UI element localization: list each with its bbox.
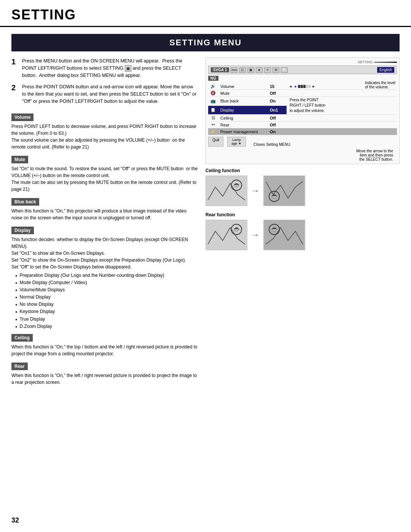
page-header: SETTING — [0, 0, 411, 27]
step-1-text: Press the MENU button and the ON-SCREEN … — [22, 58, 198, 79]
vol-indicator — [298, 85, 311, 88]
toolbar-icons: Auto ◫ ▦ ◈ ≡ ⊟ ⬜ — [231, 67, 288, 73]
rear-after-image — [263, 220, 305, 250]
rear-arrow: → — [251, 230, 260, 240]
blueback-label: Blue back — [11, 198, 39, 206]
power-value: On — [268, 128, 287, 135]
mute-extra — [287, 90, 397, 97]
display-section: Display This function decides whether to… — [11, 223, 198, 331]
rear-body: When this function is "On," the left / r… — [11, 372, 198, 386]
toolbar-icon-6: ⬜ — [281, 67, 288, 73]
english-button[interactable]: English — [377, 67, 394, 73]
vol-b3 — [303, 85, 306, 88]
ceiling-value: Off — [268, 115, 287, 121]
page-title: SETTING — [11, 7, 400, 23]
arrow-annotation: Move the arrow to theitem and then press… — [208, 149, 397, 161]
menu-row-rear: ↩ Rear Off — [208, 121, 397, 128]
setting-menu-title: SETTING MENU — [11, 34, 400, 51]
diagram-header: SETTING — [208, 60, 397, 64]
rear-before-svg — [206, 220, 247, 250]
step-2-number: 2 — [11, 83, 19, 105]
bullet-normal: Normal Display — [15, 294, 198, 301]
volume-label: Volume — [11, 113, 33, 121]
svg-rect-4 — [206, 220, 247, 250]
vol-arrow-right: ► — [312, 85, 315, 88]
mute-section: Mute Set "On" to mute the sound. To rest… — [11, 152, 198, 193]
bullet-keystone: Keystone Display — [15, 308, 198, 315]
svga-label: SVGA 1 — [211, 67, 229, 72]
setting-indicator: SETTING — [358, 60, 373, 64]
level-annotation: Indicates the levelof the volume. — [365, 81, 395, 89]
rear-icon: ↩ — [208, 121, 218, 128]
display-label: Display — [11, 227, 34, 234]
step-2-text: Press the POINT DOWN button and a red-ar… — [22, 83, 198, 105]
ceiling-body: When this function is "On," the top / bo… — [11, 343, 198, 357]
lamp-age: age ▼ — [231, 142, 241, 145]
power-icon: ⚡ — [208, 128, 218, 135]
vol-b2 — [301, 85, 303, 88]
volume-icon: 🔊 — [208, 83, 218, 90]
svg-rect-0 — [206, 176, 247, 206]
page-number: 32 — [11, 516, 19, 524]
ng-bar: NG — [208, 76, 218, 81]
menu-table: 🔊 Volume 15 ◄ ◄ — [208, 83, 397, 135]
ceiling-section: Ceiling When this function is "On," the … — [11, 330, 198, 357]
blueback-value: On — [268, 97, 287, 106]
rear-function-images: → — [206, 220, 400, 250]
ceiling-before-svg — [206, 176, 247, 206]
quit-button[interactable]: Quit — [208, 137, 223, 147]
ceiling-function-section: Ceiling function — [206, 168, 400, 206]
bullet-mode: Mode Display (Computer / Video) — [15, 279, 198, 286]
toolbar-icon-1: ◫ — [239, 67, 246, 73]
bullet-dzoom: D.Zoom Display — [15, 323, 198, 330]
display-value: On1 — [268, 105, 287, 115]
svg-rect-6 — [264, 220, 304, 250]
bullet-noshow: No show Display — [15, 301, 198, 308]
menu-row-ceiling: ⊡ Ceiling Off — [208, 115, 397, 121]
right-column: SETTING SVGA 1 Auto ◫ ▦ ◈ ≡ ⊟ ⬜ — [206, 58, 400, 387]
rear-function-section: Rear function → — [206, 212, 400, 250]
bullet-true: True Display — [15, 316, 198, 323]
rear-after-svg — [264, 220, 305, 250]
vol-b1 — [298, 85, 300, 88]
power-name: Power management — [218, 128, 268, 135]
lamp-button[interactable]: Lamp age ▼ — [227, 137, 245, 147]
closes-label: Closes Setting MENU. — [253, 137, 291, 147]
blueback-body: When this function is "On," this project… — [11, 208, 198, 221]
ceiling-arrow: → — [251, 186, 260, 196]
ceiling-function-images: → — [206, 176, 400, 206]
mute-icon: 🔇 — [208, 90, 218, 97]
rear-menu-name: Rear — [218, 121, 268, 128]
svg-rect-2 — [264, 176, 304, 206]
mute-name: Mute — [218, 90, 268, 97]
toolbar-icon-2: ▦ — [247, 67, 254, 73]
press-annotation: Press the POINTRIGHT / LEFT buttonto adj… — [287, 97, 397, 115]
display-icon: 📋 — [208, 105, 218, 115]
vol-arrow-left: ◄ — [289, 85, 292, 88]
step-1-number: 1 — [11, 58, 19, 79]
display-body: This function decides whether to display… — [11, 236, 198, 270]
display-menu-name: Display — [218, 105, 268, 115]
ceiling-label: Ceiling — [11, 334, 33, 342]
setting-tab-label: SETTING — [358, 60, 397, 64]
vol-b4 — [306, 85, 308, 88]
toolbar-icon-5: ⊟ — [272, 67, 279, 73]
blueback-menu-name: Blue back — [218, 97, 268, 106]
vol-arrow-filled: ◄ — [293, 85, 297, 88]
volume-section: Volume Press POINT LEFT button to decrea… — [11, 110, 198, 150]
menu-row-power: ⚡ Power management On — [208, 128, 397, 135]
ceiling-icon: ⊡ — [208, 115, 218, 121]
display-bullets: Preparation Display (Our Logo and the Nu… — [15, 272, 198, 331]
mute-label: Mute — [11, 156, 28, 163]
menu-row-blueback: 📺 Blue back On Press the POINTRIGHT / LE… — [208, 97, 397, 106]
mute-body: Set "On" to mute the sound. To restore t… — [11, 165, 198, 193]
volume-body: Press POINT LEFT button to decrease volu… — [11, 123, 198, 150]
rear-section: Rear When this function is "On," the lef… — [11, 359, 198, 386]
rear-before-image — [206, 220, 247, 250]
two-col-layout: 1 Press the MENU button and the ON-SCREE… — [11, 58, 400, 387]
ceiling-after-image — [263, 176, 305, 206]
menu-footer: Quit Lamp age ▼ Closes Setting MENU. — [208, 137, 397, 147]
ceiling-before-image — [206, 176, 247, 206]
toolbar-icon-4: ≡ — [264, 67, 271, 73]
vol-b5 — [309, 85, 311, 88]
